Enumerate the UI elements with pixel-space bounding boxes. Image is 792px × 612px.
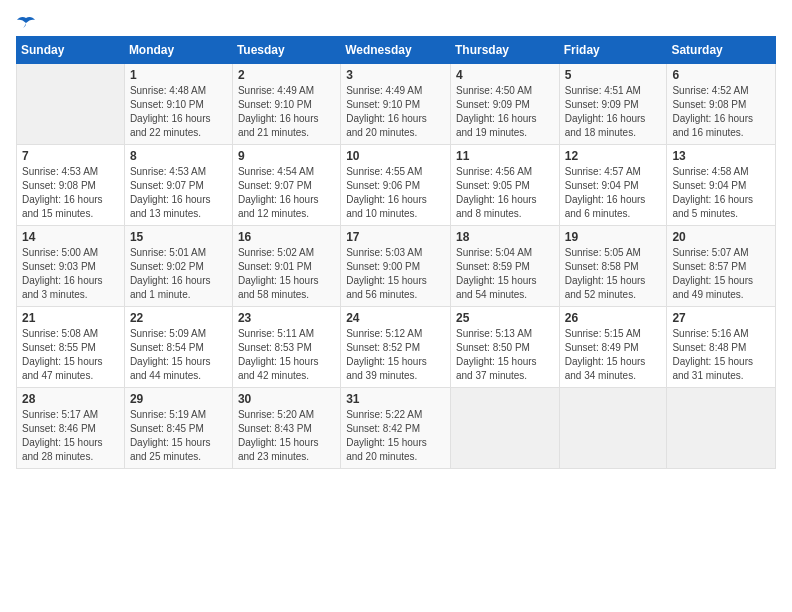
day-info: Sunrise: 4:49 AMSunset: 9:10 PMDaylight:… xyxy=(238,84,335,140)
day-of-week-header: Wednesday xyxy=(341,37,451,64)
calendar-day-cell: 7Sunrise: 4:53 AMSunset: 9:08 PMDaylight… xyxy=(17,145,125,226)
day-info: Sunrise: 4:55 AMSunset: 9:06 PMDaylight:… xyxy=(346,165,445,221)
day-of-week-header: Monday xyxy=(124,37,232,64)
calendar-week-row: 1Sunrise: 4:48 AMSunset: 9:10 PMDaylight… xyxy=(17,64,776,145)
day-info: Sunrise: 5:07 AMSunset: 8:57 PMDaylight:… xyxy=(672,246,770,302)
calendar-day-cell: 27Sunrise: 5:16 AMSunset: 8:48 PMDayligh… xyxy=(667,307,776,388)
calendar-week-row: 14Sunrise: 5:00 AMSunset: 9:03 PMDayligh… xyxy=(17,226,776,307)
calendar-day-cell: 14Sunrise: 5:00 AMSunset: 9:03 PMDayligh… xyxy=(17,226,125,307)
day-of-week-header: Saturday xyxy=(667,37,776,64)
calendar-day-cell: 1Sunrise: 4:48 AMSunset: 9:10 PMDaylight… xyxy=(124,64,232,145)
day-info: Sunrise: 5:22 AMSunset: 8:42 PMDaylight:… xyxy=(346,408,445,464)
day-info: Sunrise: 4:51 AMSunset: 9:09 PMDaylight:… xyxy=(565,84,662,140)
calendar-day-cell: 30Sunrise: 5:20 AMSunset: 8:43 PMDayligh… xyxy=(232,388,340,469)
day-number: 21 xyxy=(22,311,119,325)
day-number: 20 xyxy=(672,230,770,244)
day-number: 14 xyxy=(22,230,119,244)
calendar-day-cell: 2Sunrise: 4:49 AMSunset: 9:10 PMDaylight… xyxy=(232,64,340,145)
calendar-day-cell: 31Sunrise: 5:22 AMSunset: 8:42 PMDayligh… xyxy=(341,388,451,469)
logo-bird-icon xyxy=(17,16,35,30)
day-number: 27 xyxy=(672,311,770,325)
day-info: Sunrise: 5:09 AMSunset: 8:54 PMDaylight:… xyxy=(130,327,227,383)
calendar-day-cell: 15Sunrise: 5:01 AMSunset: 9:02 PMDayligh… xyxy=(124,226,232,307)
calendar-empty-cell xyxy=(450,388,559,469)
day-number: 29 xyxy=(130,392,227,406)
day-info: Sunrise: 5:03 AMSunset: 9:00 PMDaylight:… xyxy=(346,246,445,302)
day-info: Sunrise: 5:05 AMSunset: 8:58 PMDaylight:… xyxy=(565,246,662,302)
calendar-day-cell: 25Sunrise: 5:13 AMSunset: 8:50 PMDayligh… xyxy=(450,307,559,388)
day-number: 1 xyxy=(130,68,227,82)
day-number: 18 xyxy=(456,230,554,244)
calendar-empty-cell xyxy=(667,388,776,469)
day-number: 2 xyxy=(238,68,335,82)
day-of-week-header: Friday xyxy=(559,37,667,64)
calendar-day-cell: 8Sunrise: 4:53 AMSunset: 9:07 PMDaylight… xyxy=(124,145,232,226)
day-number: 9 xyxy=(238,149,335,163)
calendar-week-row: 21Sunrise: 5:08 AMSunset: 8:55 PMDayligh… xyxy=(17,307,776,388)
calendar-day-cell: 22Sunrise: 5:09 AMSunset: 8:54 PMDayligh… xyxy=(124,307,232,388)
calendar-day-cell: 5Sunrise: 4:51 AMSunset: 9:09 PMDaylight… xyxy=(559,64,667,145)
day-info: Sunrise: 4:53 AMSunset: 9:08 PMDaylight:… xyxy=(22,165,119,221)
calendar-day-cell: 3Sunrise: 4:49 AMSunset: 9:10 PMDaylight… xyxy=(341,64,451,145)
header xyxy=(16,16,776,28)
day-info: Sunrise: 4:58 AMSunset: 9:04 PMDaylight:… xyxy=(672,165,770,221)
day-info: Sunrise: 5:15 AMSunset: 8:49 PMDaylight:… xyxy=(565,327,662,383)
day-number: 7 xyxy=(22,149,119,163)
calendar-empty-cell xyxy=(559,388,667,469)
day-number: 19 xyxy=(565,230,662,244)
day-number: 31 xyxy=(346,392,445,406)
day-info: Sunrise: 5:20 AMSunset: 8:43 PMDaylight:… xyxy=(238,408,335,464)
day-number: 5 xyxy=(565,68,662,82)
calendar-day-cell: 29Sunrise: 5:19 AMSunset: 8:45 PMDayligh… xyxy=(124,388,232,469)
calendar-day-cell: 10Sunrise: 4:55 AMSunset: 9:06 PMDayligh… xyxy=(341,145,451,226)
day-info: Sunrise: 5:08 AMSunset: 8:55 PMDaylight:… xyxy=(22,327,119,383)
day-number: 25 xyxy=(456,311,554,325)
day-info: Sunrise: 4:54 AMSunset: 9:07 PMDaylight:… xyxy=(238,165,335,221)
logo xyxy=(16,16,35,28)
day-number: 15 xyxy=(130,230,227,244)
day-of-week-header: Tuesday xyxy=(232,37,340,64)
day-info: Sunrise: 5:01 AMSunset: 9:02 PMDaylight:… xyxy=(130,246,227,302)
day-number: 4 xyxy=(456,68,554,82)
day-number: 28 xyxy=(22,392,119,406)
day-info: Sunrise: 4:48 AMSunset: 9:10 PMDaylight:… xyxy=(130,84,227,140)
day-number: 23 xyxy=(238,311,335,325)
day-info: Sunrise: 4:50 AMSunset: 9:09 PMDaylight:… xyxy=(456,84,554,140)
day-info: Sunrise: 4:53 AMSunset: 9:07 PMDaylight:… xyxy=(130,165,227,221)
day-number: 11 xyxy=(456,149,554,163)
day-info: Sunrise: 4:56 AMSunset: 9:05 PMDaylight:… xyxy=(456,165,554,221)
day-info: Sunrise: 5:04 AMSunset: 8:59 PMDaylight:… xyxy=(456,246,554,302)
calendar-day-cell: 16Sunrise: 5:02 AMSunset: 9:01 PMDayligh… xyxy=(232,226,340,307)
calendar-day-cell: 11Sunrise: 4:56 AMSunset: 9:05 PMDayligh… xyxy=(450,145,559,226)
day-info: Sunrise: 5:11 AMSunset: 8:53 PMDaylight:… xyxy=(238,327,335,383)
day-number: 16 xyxy=(238,230,335,244)
calendar-day-cell: 12Sunrise: 4:57 AMSunset: 9:04 PMDayligh… xyxy=(559,145,667,226)
day-number: 24 xyxy=(346,311,445,325)
calendar-day-cell: 28Sunrise: 5:17 AMSunset: 8:46 PMDayligh… xyxy=(17,388,125,469)
calendar-day-cell: 13Sunrise: 4:58 AMSunset: 9:04 PMDayligh… xyxy=(667,145,776,226)
calendar-day-cell: 17Sunrise: 5:03 AMSunset: 9:00 PMDayligh… xyxy=(341,226,451,307)
page-container: SundayMondayTuesdayWednesdayThursdayFrid… xyxy=(16,16,776,469)
calendar-day-cell: 6Sunrise: 4:52 AMSunset: 9:08 PMDaylight… xyxy=(667,64,776,145)
calendar-day-cell: 9Sunrise: 4:54 AMSunset: 9:07 PMDaylight… xyxy=(232,145,340,226)
day-number: 17 xyxy=(346,230,445,244)
day-number: 30 xyxy=(238,392,335,406)
calendar-day-cell: 18Sunrise: 5:04 AMSunset: 8:59 PMDayligh… xyxy=(450,226,559,307)
day-number: 26 xyxy=(565,311,662,325)
day-number: 3 xyxy=(346,68,445,82)
day-number: 12 xyxy=(565,149,662,163)
calendar-day-cell: 26Sunrise: 5:15 AMSunset: 8:49 PMDayligh… xyxy=(559,307,667,388)
day-info: Sunrise: 4:49 AMSunset: 9:10 PMDaylight:… xyxy=(346,84,445,140)
calendar-header-row: SundayMondayTuesdayWednesdayThursdayFrid… xyxy=(17,37,776,64)
day-number: 22 xyxy=(130,311,227,325)
day-info: Sunrise: 5:17 AMSunset: 8:46 PMDaylight:… xyxy=(22,408,119,464)
day-number: 10 xyxy=(346,149,445,163)
calendar-day-cell: 23Sunrise: 5:11 AMSunset: 8:53 PMDayligh… xyxy=(232,307,340,388)
day-number: 8 xyxy=(130,149,227,163)
day-info: Sunrise: 5:02 AMSunset: 9:01 PMDaylight:… xyxy=(238,246,335,302)
calendar-week-row: 28Sunrise: 5:17 AMSunset: 8:46 PMDayligh… xyxy=(17,388,776,469)
day-info: Sunrise: 5:19 AMSunset: 8:45 PMDaylight:… xyxy=(130,408,227,464)
calendar-day-cell: 21Sunrise: 5:08 AMSunset: 8:55 PMDayligh… xyxy=(17,307,125,388)
day-of-week-header: Thursday xyxy=(450,37,559,64)
calendar-table: SundayMondayTuesdayWednesdayThursdayFrid… xyxy=(16,36,776,469)
